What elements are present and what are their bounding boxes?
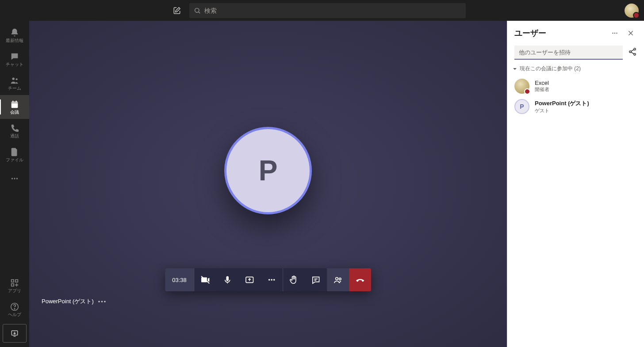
participant-row[interactable]: P PowerPoint (ゲスト) ゲスト: [507, 96, 644, 117]
speaker-avatar: P: [224, 127, 312, 214]
participant-role: 開催者: [535, 86, 549, 93]
panel-title: ユーザー: [514, 28, 605, 38]
topbar-right: [625, 4, 639, 18]
rail-activity[interactable]: 最新情報: [0, 23, 29, 47]
share-invite-button[interactable]: [628, 47, 637, 58]
camera-off-icon: [200, 275, 210, 285]
share-button[interactable]: [238, 268, 261, 291]
participant-name: Excel: [535, 80, 549, 86]
close-icon: [627, 30, 634, 37]
people-icon: [333, 275, 343, 285]
participant-info: PowerPoint (ゲスト) ゲスト: [535, 99, 589, 114]
rail-label: チーム: [8, 86, 21, 91]
hangup-icon: [355, 275, 365, 285]
rail-more[interactable]: [0, 167, 29, 191]
svg-line-1: [199, 12, 200, 13]
rail-label: 最新情報: [6, 38, 23, 43]
caller-more-icon[interactable]: •••: [98, 298, 107, 305]
chat-button[interactable]: [305, 268, 327, 291]
people-panel: ユーザー 現在この会議に参加中 (2) Excel 開催者: [507, 21, 644, 347]
svg-point-10: [16, 178, 18, 179]
participant-name: PowerPoint (ゲスト): [535, 99, 589, 107]
search-bar[interactable]: [189, 3, 466, 18]
people-button[interactable]: [327, 268, 349, 291]
rail-label: 通話: [10, 134, 19, 138]
mic-button[interactable]: [216, 268, 238, 291]
apps-icon: [10, 278, 19, 288]
rail-label: ファイル: [6, 158, 23, 162]
svg-point-27: [612, 33, 613, 34]
mic-icon: [222, 275, 232, 285]
svg-rect-18: [226, 276, 229, 281]
svg-point-28: [614, 33, 615, 34]
help-icon: [10, 302, 19, 312]
avatar-initial: P: [520, 103, 524, 110]
top-bar: [0, 0, 644, 21]
svg-point-9: [14, 178, 15, 179]
rail-files[interactable]: ファイル: [0, 143, 29, 167]
svg-rect-12: [15, 280, 18, 282]
rail-label: ヘルプ: [8, 313, 21, 317]
teams-icon: [10, 76, 19, 85]
svg-point-8: [12, 178, 13, 179]
more-actions-button[interactable]: [261, 268, 283, 291]
file-icon: [10, 147, 19, 157]
rail-label: 会議: [10, 110, 19, 114]
svg-rect-11: [12, 280, 14, 282]
speaker-initial: P: [259, 154, 278, 187]
panel-header: ユーザー: [507, 21, 644, 46]
more-icon: [611, 29, 619, 37]
share-icon: [628, 47, 637, 56]
svg-point-15: [14, 309, 15, 309]
svg-line-36: [631, 52, 634, 54]
meeting-stage: P PowerPoint (ゲスト) ••• 03:38: [29, 21, 507, 347]
svg-point-2: [12, 78, 15, 80]
participant-role: ゲスト: [535, 107, 589, 114]
avatar: P: [514, 99, 529, 114]
svg-point-22: [273, 279, 275, 281]
search-input[interactable]: [204, 7, 461, 14]
invite-input[interactable]: [514, 46, 623, 60]
hangup-button[interactable]: [349, 268, 371, 291]
rail-download[interactable]: [3, 324, 27, 343]
participant-info: Excel 開催者: [535, 80, 549, 93]
svg-line-35: [631, 50, 634, 51]
phone-icon: [10, 123, 19, 133]
app-rail: 最新情報 チャット チーム 会議 通話 ファイル アプリ: [0, 21, 29, 347]
svg-point-21: [271, 279, 272, 281]
rail-apps[interactable]: アプリ: [0, 274, 29, 297]
rail-help[interactable]: ヘルプ: [0, 297, 29, 321]
rail-chat[interactable]: チャット: [0, 47, 29, 71]
rail-teams[interactable]: チーム: [0, 71, 29, 95]
svg-point-0: [195, 8, 199, 12]
rail-label: アプリ: [8, 289, 21, 293]
invite-row: [507, 46, 644, 60]
share-screen-icon: [245, 275, 254, 285]
compose-button[interactable]: [170, 4, 184, 18]
section-in-meeting[interactable]: 現在この会議に参加中 (2): [507, 65, 644, 72]
rail-label: チャット: [6, 62, 23, 67]
rail-calendar[interactable]: 会議: [0, 95, 29, 119]
svg-point-3: [15, 78, 17, 80]
more-icon: [267, 275, 276, 285]
svg-rect-5: [12, 102, 18, 104]
chat-icon: [10, 52, 19, 61]
call-toolbar: 03:38: [165, 268, 371, 291]
svg-point-29: [616, 33, 617, 34]
calendar-icon: [10, 99, 19, 109]
participant-row[interactable]: Excel 開催者: [507, 76, 644, 96]
rail-calls[interactable]: 通話: [0, 119, 29, 143]
avatar: [514, 79, 529, 94]
chat-icon: [311, 275, 321, 285]
hand-icon: [289, 275, 299, 285]
chevron-down-icon: [513, 67, 517, 71]
panel-more-button[interactable]: [609, 27, 621, 39]
svg-point-20: [268, 279, 270, 281]
panel-close-button[interactable]: [625, 27, 637, 39]
raise-hand-button[interactable]: [283, 268, 305, 291]
section-label: 現在この会議に参加中 (2): [520, 65, 581, 72]
profile-avatar[interactable]: [625, 4, 639, 18]
camera-button[interactable]: [194, 268, 216, 291]
caller-name-bar: PowerPoint (ゲスト) •••: [42, 297, 107, 305]
svg-point-25: [335, 278, 338, 280]
